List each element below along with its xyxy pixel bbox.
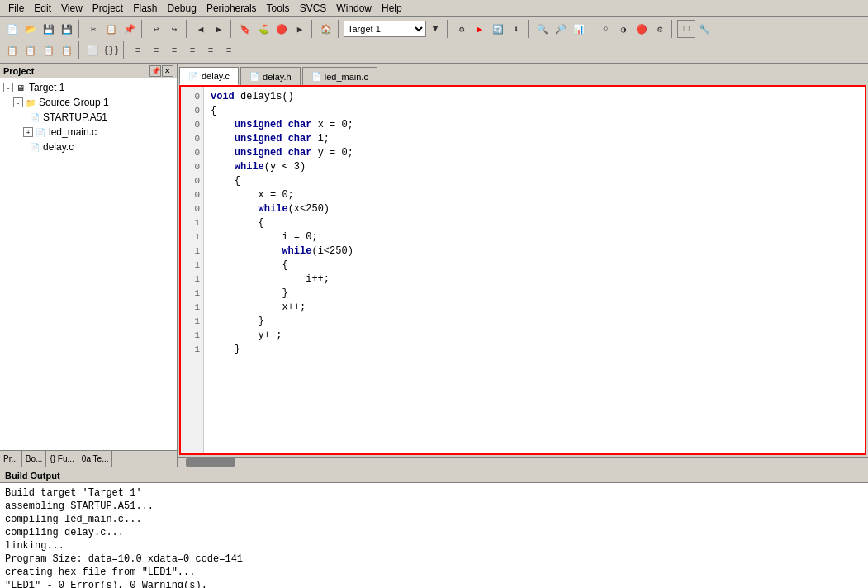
panel-tab-fu[interactable]: {} Fu... (46, 451, 78, 467)
tb2-btn7[interactable]: ≡ (129, 41, 147, 59)
tb2-btn5[interactable]: ⬜ (84, 41, 102, 59)
tab-delay-h[interactable]: 📄 delay.h (240, 67, 301, 85)
tab-delay-c[interactable]: 📄 delay.c (179, 67, 239, 85)
target-dropdown[interactable]: Target 1 (344, 21, 426, 37)
build-line-3: compiling led_main.c... (5, 513, 863, 526)
tab-icon-delay-c: 📄 (188, 72, 198, 81)
tb-extra1[interactable]: ○ (596, 20, 614, 38)
tab-icon-delay-h: 📄 (249, 72, 259, 81)
hscroll[interactable] (178, 457, 868, 467)
tree-file-delay[interactable]: 📄 delay.c (0, 140, 177, 154)
panel-tabs: Pr... Bo... {} Fu... 0a Te... (0, 450, 177, 467)
menu-view[interactable]: View (56, 1, 88, 16)
tb-btn8[interactable]: ▶ (291, 20, 309, 38)
tb2-btn6[interactable]: {}} (102, 41, 121, 59)
ln-6: 0 (181, 160, 203, 174)
tb-undo[interactable]: ↩ (147, 20, 165, 38)
menu-svcs[interactable]: SVCS (295, 1, 332, 16)
build-output-panel: Build Output Build target 'Target 1' ass… (0, 467, 868, 588)
ln-12: 1 (181, 244, 203, 258)
tb2-btn10[interactable]: ≡ (183, 41, 202, 59)
menu-project[interactable]: Project (88, 1, 128, 16)
code-area: 📄 delay.c 📄 delay.h 📄 led_main.c 0 0 0 0… (178, 64, 868, 467)
code-line-15: } (211, 287, 858, 301)
code-line-17: } (211, 315, 858, 329)
tb2-btn8[interactable]: ≡ (147, 41, 165, 59)
tree-source-group[interactable]: - 📁 Source Group 1 (0, 95, 177, 110)
ln-18: 1 (181, 329, 203, 343)
tb-open[interactable]: 📂 (21, 20, 40, 38)
tb-sep-1 (78, 20, 82, 38)
tb-logic[interactable]: 📊 (570, 20, 588, 38)
tb-dropdown-arrow[interactable]: ▼ (426, 20, 444, 38)
menu-window[interactable]: Window (331, 1, 377, 16)
toolbar-area: 📄 📂 💾 💾 ✂ 📋 📌 ↩ ↪ ◀ ▶ 🔖 ⛳ 🔴 ▶ 🏠 Target 1… (0, 17, 868, 64)
file-tabs-bar: 📄 delay.c 📄 delay.h 📄 led_main.c (178, 64, 868, 85)
tree-root[interactable]: - 🖥 Target 1 (0, 80, 177, 95)
tb2-btn4[interactable]: 📋 (58, 41, 76, 59)
code-line-11: i = 0; (211, 230, 858, 244)
panel-tab-te[interactable]: 0a Te... (78, 451, 113, 467)
tree-expand-root[interactable]: - (3, 83, 13, 92)
tree-file-ledmain[interactable]: + 📄 led_main.c (0, 125, 177, 140)
tb-save[interactable]: 💾 (40, 20, 58, 38)
code-editor[interactable]: void delay1s() { unsigned char x = 0; un… (204, 87, 865, 453)
tb-extra3[interactable]: 🔴 (633, 20, 651, 38)
ln-8: 0 (181, 188, 203, 202)
tree-file-startup[interactable]: 📄 STARTUP.A51 (0, 110, 177, 125)
menu-debug[interactable]: Debug (163, 1, 202, 16)
tb-sep-2 (141, 20, 145, 38)
tb-copy[interactable]: 📋 (102, 20, 121, 38)
panel-pin-btn[interactable]: 📌 (149, 65, 161, 77)
menu-flash[interactable]: Flash (128, 1, 162, 16)
ln-4: 0 (181, 132, 203, 146)
editor-pane[interactable]: 0 0 0 0 0 0 0 0 0 1 1 1 1 1 1 1 1 1 1 (179, 85, 866, 455)
tb-paste[interactable]: 📌 (121, 20, 139, 38)
tb-search[interactable]: 🔍 (534, 20, 552, 38)
menu-peripherals[interactable]: Peripherals (202, 1, 262, 16)
tb-redo[interactable]: ↪ (165, 20, 183, 38)
menu-help[interactable]: Help (377, 1, 407, 16)
tb-extra2[interactable]: ◑ (614, 20, 633, 38)
build-output-title: Build Output (5, 471, 60, 481)
panel-tab-bo[interactable]: Bo... (22, 451, 47, 467)
menu-tools[interactable]: Tools (262, 1, 295, 16)
tb-save2[interactable]: 💾 (58, 20, 76, 38)
panel-tab-pr[interactable]: Pr... (0, 451, 22, 467)
tb-extra4[interactable]: ⚙ (651, 20, 669, 38)
tb2-btn11[interactable]: ≡ (202, 41, 220, 59)
tree-expand-group[interactable]: - (13, 97, 23, 107)
tree-expand-ledmain[interactable]: + (23, 127, 33, 137)
tb-inspect[interactable]: 🔎 (552, 20, 570, 38)
panel-close-btn[interactable]: ✕ (162, 65, 173, 77)
tb-download[interactable]: ⬇ (507, 20, 525, 38)
tb-nav-fwd[interactable]: ▶ (210, 20, 228, 38)
toolbar-row-1: 📄 📂 💾 💾 ✂ 📋 📌 ↩ ↪ ◀ ▶ 🔖 ⛳ 🔴 ▶ 🏠 Target 1… (3, 18, 865, 40)
tb-settings[interactable]: 🔧 (695, 20, 714, 38)
tb2-btn2[interactable]: 📋 (21, 41, 40, 59)
tb-new[interactable]: 📄 (3, 20, 21, 38)
tb-misc1[interactable]: 🏠 (317, 20, 335, 38)
menu-edit[interactable]: Edit (29, 1, 56, 16)
tb-btn7[interactable]: 🔴 (273, 20, 291, 38)
tb-btn6[interactable]: ⛳ (254, 20, 273, 38)
tb-cut[interactable]: ✂ (84, 20, 102, 38)
menubar: File Edit View Project Flash Debug Perip… (0, 0, 868, 17)
tb-monitor[interactable]: □ (677, 20, 695, 38)
code-line-18: y++; (211, 329, 858, 343)
tb-nav-back[interactable]: ◀ (192, 20, 210, 38)
menu-file[interactable]: File (3, 1, 29, 16)
tb-btn5[interactable]: 🔖 (236, 20, 254, 38)
tb2-btn3[interactable]: 📋 (40, 41, 58, 59)
tab-led-main-c[interactable]: 📄 led_main.c (302, 67, 377, 85)
hscroll-thumb[interactable] (186, 458, 235, 467)
tb-build[interactable]: ▶ (471, 20, 489, 38)
tb2-btn12[interactable]: ≡ (220, 41, 238, 59)
tb2-btn1[interactable]: 📋 (3, 41, 21, 59)
tab-icon-led-main: 📄 (311, 72, 321, 81)
target-label: Target 1 (29, 82, 64, 93)
tb2-btn9[interactable]: ≡ (165, 41, 183, 59)
tb-rebuild[interactable]: 🔄 (489, 20, 507, 38)
tb-cfg[interactable]: ⚙ (453, 20, 471, 38)
file-icon-ledmain: 📄 (34, 126, 47, 139)
